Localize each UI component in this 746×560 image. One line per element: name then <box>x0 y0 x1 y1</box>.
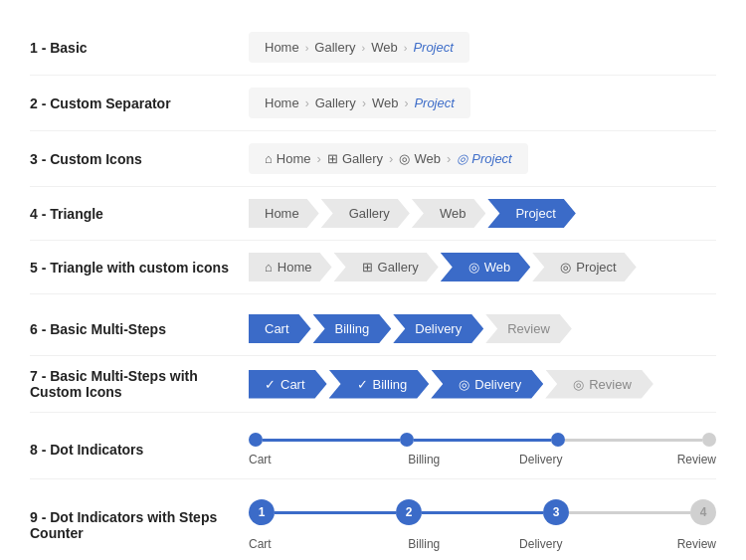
item-label: Home <box>278 260 312 275</box>
dc-label-delivery: Delivery <box>482 537 600 551</box>
dot-label-delivery: Delivery <box>482 453 600 467</box>
bc-area-basic: Home › Gallery › Web › Project <box>249 32 716 63</box>
step-icon-delivery[interactable]: ◎ Delivery <box>431 370 543 399</box>
triangle-icon-item-project[interactable]: ◎ Project <box>532 253 636 281</box>
bc-active-label: Project <box>471 151 511 166</box>
bc-item[interactable]: Web <box>372 95 399 110</box>
item-label: Web <box>484 260 511 275</box>
check-icon: ✓ <box>265 377 276 392</box>
eye-icon: ◎ <box>459 377 469 392</box>
bc-item[interactable]: Home <box>265 40 299 55</box>
item-label: Gallery <box>378 260 419 275</box>
label-multi-icons: 7 - Basic Multi-Steps with Custom Icons <box>30 368 249 400</box>
separator-icon: › <box>305 96 309 110</box>
separator-icon: › <box>404 96 408 110</box>
label-triangle-icons: 5 - Triangle with custom icons <box>30 260 249 276</box>
row-basic: 1 - Basic Home › Gallery › Web › Project <box>30 20 716 76</box>
step-billing[interactable]: Billing <box>313 314 392 343</box>
bc-item-label: Web <box>414 151 441 166</box>
row-multi-basic: 6 - Basic Multi-Steps Cart Billing Deliv… <box>30 302 716 356</box>
triangle-icon-item-gallery[interactable]: ⊞ Gallery <box>334 253 439 281</box>
bc-area-triangle-icons: ⌂ Home ⊞ Gallery ◎ Web ◎ Project <box>249 253 716 281</box>
dot-label-cart: Cart <box>249 453 366 467</box>
step-label: Billing <box>373 377 408 392</box>
separator-icon: › <box>362 42 366 54</box>
bc-area-multi-icons: ✓ Cart ✓ Billing ◎ Delivery ◎ Review <box>249 370 716 399</box>
triangle-item-web[interactable]: Web <box>412 199 486 228</box>
bc-item[interactable]: Gallery <box>314 40 355 55</box>
check-icon: ✓ <box>357 377 368 392</box>
dc-label-cart: Cart <box>249 537 366 551</box>
triangle-item-home[interactable]: Home <box>249 199 319 228</box>
triangle-active-item[interactable]: Project <box>487 199 575 228</box>
separator-icon: › <box>447 151 451 166</box>
step-icon-billing[interactable]: ✓ Billing <box>329 370 430 399</box>
dot-label-billing: Billing <box>366 453 483 467</box>
bc-item[interactable]: Web <box>371 40 398 55</box>
bc-active-item[interactable]: Project <box>413 40 453 55</box>
eye-icon: ◎ <box>573 377 584 392</box>
dot-indicators: Cart Billing Delivery Review <box>249 433 716 467</box>
multistep-icons: ✓ Cart ✓ Billing ◎ Delivery ◎ Review <box>249 370 655 399</box>
row-triangle: 4 - Triangle Home Gallery Web Project <box>30 187 716 241</box>
dot-3[interactable] <box>551 433 565 447</box>
bc-item-web[interactable]: ◎ Web <box>399 151 441 166</box>
dot-2[interactable] <box>400 433 414 447</box>
dot-counter-3[interactable]: 3 <box>543 499 569 525</box>
label-basic: 1 - Basic <box>30 40 249 56</box>
bc-area-multi-basic: Cart Billing Delivery Review <box>249 314 716 343</box>
label-dot: 8 - Dot Indicators <box>30 442 249 458</box>
step-cart[interactable]: Cart <box>249 314 311 343</box>
breadcrumb-custom-icons: ⌂ Home › ⊞ Gallery › ◎ Web › ◎ Project <box>249 143 528 174</box>
eye-icon: ◎ <box>560 260 571 275</box>
dot-line-3 <box>565 439 702 442</box>
dot-counter-2[interactable]: 2 <box>396 499 422 525</box>
separator-icon: › <box>389 151 393 166</box>
breadcrumb-basic: Home › Gallery › Web › Project <box>249 32 469 63</box>
breadcrumb-custom-sep: Home › Gallery › Web › Project <box>249 88 470 118</box>
step-delivery[interactable]: Delivery <box>393 314 483 343</box>
bc-item[interactable]: Home <box>265 95 299 110</box>
bc-active-item[interactable]: Project <box>414 95 454 110</box>
label-multi-basic: 6 - Basic Multi-Steps <box>30 321 249 337</box>
breadcrumb-triangle: Home Gallery Web Project <box>249 199 578 228</box>
dot-4[interactable] <box>702 433 716 447</box>
bc-item-home[interactable]: ⌂ Home <box>265 151 311 166</box>
bc-area-custom-icons: ⌂ Home › ⊞ Gallery › ◎ Web › ◎ Project <box>249 143 716 174</box>
dot-counter-1[interactable]: 1 <box>249 499 275 525</box>
grid-icon: ⊞ <box>327 151 338 166</box>
dot-line-2 <box>414 439 551 442</box>
bc-item-gallery[interactable]: ⊞ Gallery <box>327 151 383 166</box>
dot-label-row: Cart Billing Delivery Review <box>249 453 716 467</box>
home-icon: ⌂ <box>265 260 273 275</box>
separator-icon: › <box>317 151 321 166</box>
separator-icon: › <box>404 42 408 54</box>
triangle-icon-item-home[interactable]: ⌂ Home <box>249 253 332 281</box>
step-icon-review[interactable]: ◎ Review <box>545 370 653 399</box>
triangle-item-gallery[interactable]: Gallery <box>321 199 410 228</box>
item-label: Project <box>576 260 616 275</box>
row-triangle-icons: 5 - Triangle with custom icons ⌂ Home ⊞ … <box>30 241 716 294</box>
bc-active-item[interactable]: ◎ Project <box>457 151 511 166</box>
step-icon-cart[interactable]: ✓ Cart <box>249 370 327 399</box>
row-custom-icons: 3 - Custom Icons ⌂ Home › ⊞ Gallery › ◎ … <box>30 131 716 187</box>
dot-label-review: Review <box>600 453 717 467</box>
bc-item[interactable]: Gallery <box>315 95 356 110</box>
dc-label-review: Review <box>600 537 717 551</box>
triangle-icon-active-web[interactable]: ◎ Web <box>441 253 531 281</box>
multistep-basic: Cart Billing Delivery Review <box>249 314 574 343</box>
counter-line-1 <box>275 511 396 514</box>
dot-line-1 <box>263 439 400 442</box>
counter-line-2 <box>422 511 543 514</box>
dot-counter-track: 1 2 3 4 <box>249 499 716 525</box>
eye-icon: ◎ <box>457 151 467 166</box>
dc-label-billing: Billing <box>366 537 483 551</box>
bc-area-triangle: Home Gallery Web Project <box>249 199 716 228</box>
bc-area-dot-counter: 1 2 3 4 Cart Billing Delivery Review <box>249 499 716 551</box>
step-review[interactable]: Review <box>485 314 572 343</box>
dot-1[interactable] <box>249 433 263 447</box>
dot-counter-indicators: 1 2 3 4 Cart Billing Delivery Review <box>249 499 716 551</box>
dot-track <box>249 433 716 447</box>
bc-area-dot: Cart Billing Delivery Review <box>249 433 716 467</box>
dot-counter-4[interactable]: 4 <box>690 499 716 525</box>
